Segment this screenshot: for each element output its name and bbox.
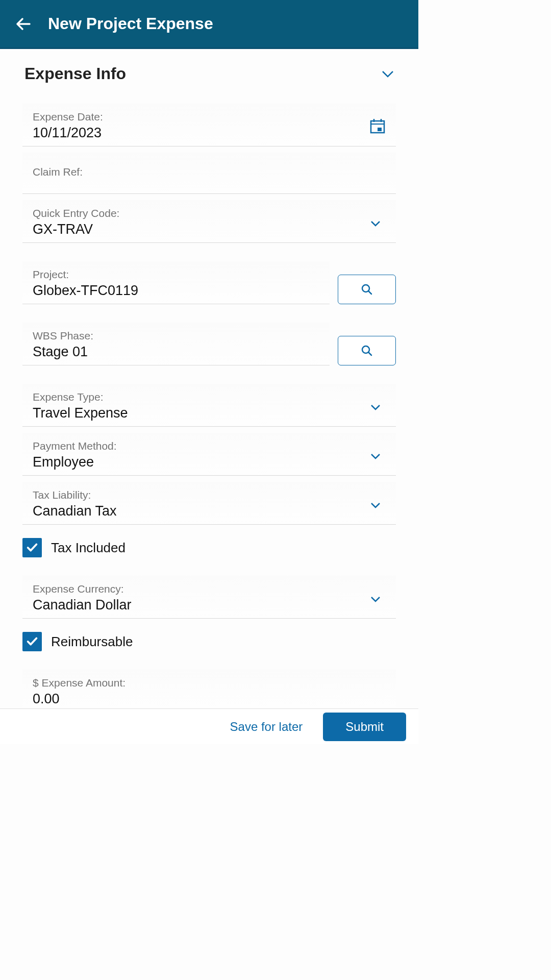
project-field[interactable]: Project: Globex-TFC0119 [22, 261, 330, 304]
reimbursable-label: Reimbursable [51, 634, 133, 650]
chevron-down-icon [382, 70, 394, 78]
search-icon [361, 284, 372, 295]
svg-line-6 [368, 291, 371, 294]
wbs-phase-value: Stage 01 [33, 344, 319, 360]
wbs-phase-field[interactable]: WBS Phase: Stage 01 [22, 323, 330, 365]
wbs-search-button[interactable] [338, 336, 396, 365]
page-title: New Project Expense [48, 14, 213, 33]
expense-date-value: 10/11/2023 [33, 125, 359, 141]
svg-rect-1 [378, 128, 382, 131]
project-value: Globex-TFC0119 [33, 283, 319, 299]
chevron-down-icon [370, 595, 381, 601]
chevron-down-icon [370, 452, 381, 458]
section-title: Expense Info [24, 64, 126, 83]
wbs-phase-row: WBS Phase: Stage 01 [22, 323, 396, 365]
claim-ref-field[interactable]: Claim Ref: [22, 153, 396, 194]
section-header[interactable]: Expense Info [0, 49, 418, 93]
claim-ref-label: Claim Ref: [33, 166, 386, 178]
chevron-down-icon [370, 219, 381, 226]
save-for-later-button[interactable]: Save for later [230, 720, 303, 734]
expense-date-label: Expense Date: [33, 111, 359, 123]
submit-button[interactable]: Submit [323, 713, 406, 741]
project-search-button[interactable] [338, 275, 396, 304]
expense-currency-value: Canadian Dollar [33, 597, 360, 613]
expense-currency-label: Expense Currency: [33, 583, 360, 595]
project-label: Project: [33, 268, 319, 281]
quick-entry-value: GX-TRAV [33, 222, 360, 237]
back-arrow-icon[interactable] [14, 15, 33, 33]
tax-included-label: Tax Included [51, 540, 126, 556]
chevron-down-icon [370, 403, 381, 409]
checkbox-checked-icon [22, 538, 42, 557]
expense-type-field[interactable]: Expense Type: Travel Expense [22, 384, 396, 427]
expense-amount-field[interactable]: $ Expense Amount: 0.00 [22, 670, 396, 707]
quick-entry-label: Quick Entry Code: [33, 207, 360, 219]
search-icon [361, 345, 372, 356]
expense-type-value: Travel Expense [33, 405, 360, 421]
checkbox-checked-icon [22, 632, 42, 651]
calendar-icon[interactable] [369, 118, 386, 134]
expense-currency-field[interactable]: Expense Currency: Canadian Dollar [22, 576, 396, 619]
app-header: New Project Expense [0, 0, 418, 49]
footer-bar: Save for later Submit [0, 708, 418, 744]
chevron-down-icon [370, 501, 381, 507]
tax-liability-value: Canadian Tax [33, 503, 360, 519]
project-row: Project: Globex-TFC0119 [22, 261, 396, 304]
tax-liability-field[interactable]: Tax Liability: Canadian Tax [22, 482, 396, 525]
quick-entry-field[interactable]: Quick Entry Code: GX-TRAV [22, 200, 396, 243]
payment-method-value: Employee [33, 454, 360, 470]
wbs-phase-label: WBS Phase: [33, 330, 319, 342]
reimbursable-checkbox[interactable]: Reimbursable [22, 632, 396, 651]
expense-type-label: Expense Type: [33, 391, 360, 403]
expense-amount-value: 0.00 [33, 691, 386, 707]
tax-liability-label: Tax Liability: [33, 489, 360, 501]
svg-line-8 [368, 352, 371, 355]
payment-method-label: Payment Method: [33, 440, 360, 452]
expense-date-field[interactable]: Expense Date: 10/11/2023 [22, 104, 396, 146]
expense-amount-label: $ Expense Amount: [33, 677, 386, 689]
tax-included-checkbox[interactable]: Tax Included [22, 538, 396, 557]
payment-method-field[interactable]: Payment Method: Employee [22, 433, 396, 476]
